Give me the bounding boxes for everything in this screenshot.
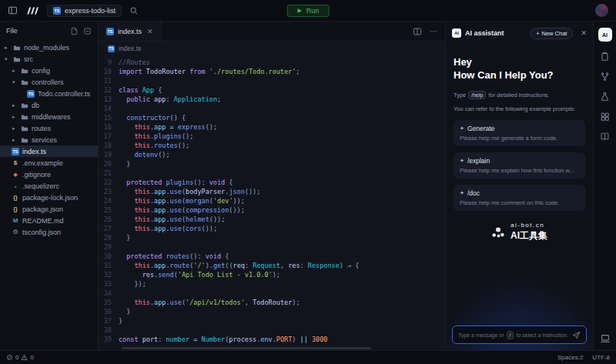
tree-file-README.md[interactable]: MREADME.md: [0, 215, 98, 226]
search-icon[interactable]: [129, 6, 139, 15]
markdown-icon: M: [12, 217, 19, 224]
tree-folder-middlewares[interactable]: ▸middlewares: [0, 111, 98, 122]
file-name: middlewares: [32, 113, 71, 121]
tree-file-.env.example[interactable]: $.env.example: [0, 157, 98, 169]
help-hint-prefix: Type: [454, 92, 466, 99]
prompt-title: /doc: [467, 189, 480, 197]
tree-file-tsconfig.json[interactable]: ⚙tsconfig.json: [0, 226, 98, 238]
tree-file-index.ts[interactable]: TSindex.ts: [0, 145, 98, 157]
ide-window: TS express-todo-list Run File: [0, 0, 616, 364]
code-line: 17 this.plugins();: [99, 132, 445, 141]
encoding-indicator[interactable]: UTF-8: [592, 354, 610, 361]
more-icon[interactable]: ⋯: [430, 27, 437, 35]
file-name: node_modules: [24, 44, 69, 52]
watermark-domain: ai-bot.cn: [511, 222, 547, 229]
prompt-description: Please help me generate a form code.: [460, 135, 579, 142]
line-number: 28: [99, 233, 119, 242]
code-line: 23 this.app.use(bodyParser.json());: [99, 187, 445, 196]
code-line: 16 this.app = express();: [99, 122, 445, 132]
close-icon[interactable]: ✕: [147, 28, 153, 35]
line-number: 35: [99, 298, 119, 307]
tree-folder-config[interactable]: ▸config: [0, 65, 98, 76]
code-line: 14: [99, 104, 445, 113]
code-line: 19 dotenv();: [99, 150, 445, 159]
chevron-right-icon: ▸: [12, 68, 18, 74]
code-line: 32 res.send('Api Todo List - v1.0.0');: [99, 270, 445, 279]
tree-file-.gitignore[interactable]: ◆.gitignore: [0, 169, 98, 180]
line-number: 34: [99, 289, 119, 298]
code-line: 13 public app: Application;: [99, 95, 445, 104]
prompt-card[interactable]: ✦/docPlease help me comment on this code…: [454, 185, 585, 211]
chevron-right-icon: ▸: [12, 114, 18, 120]
ai-assistant-tab[interactable]: AI: [598, 28, 612, 42]
sparkle-icon: ✦: [460, 158, 464, 164]
greeting-line: How Can I Help You?: [454, 68, 585, 82]
json-icon: {}: [12, 206, 19, 212]
watermark-name: AI工具集: [511, 229, 547, 242]
collapse-all-icon[interactable]: [83, 27, 92, 35]
line-number: 12: [99, 85, 119, 95]
indentation-indicator[interactable]: Spaces:2: [557, 354, 583, 361]
code-line: 12class App {: [99, 85, 445, 95]
avatar[interactable]: [595, 4, 608, 17]
prompt-card[interactable]: ✦GeneratePlease help me generate a form …: [454, 120, 585, 146]
chat-input[interactable]: Type a message or/to select a instructio…: [452, 326, 587, 344]
code-line: 39const port: number = Number(process.en…: [99, 335, 445, 344]
chevron-down-icon: ▾: [12, 79, 18, 85]
line-number: 36: [99, 307, 119, 316]
sidebar-toggle-icon[interactable]: [8, 5, 18, 15]
tree-file-package.json[interactable]: {}package.json: [0, 203, 98, 215]
code-line: 26 this.app.use(helmet());: [99, 215, 445, 224]
tree-folder-src[interactable]: ▾src: [0, 53, 98, 65]
code-line: 10import TodoRouter from './routes/Todo.…: [99, 67, 445, 76]
errors-icon: [6, 354, 13, 361]
line-number: 26: [99, 215, 119, 224]
code-line: 24 this.app.use(morgan('dev'));: [99, 196, 445, 205]
explorer-header: File: [0, 22, 98, 40]
tree-file-.sequelizerc[interactable]: ●.sequelizerc: [0, 180, 98, 192]
tree-folder-routes[interactable]: ▸routes: [0, 122, 98, 134]
tree-file-package-lock.json[interactable]: {}package-lock.json: [0, 192, 98, 203]
aibot-logo: [491, 226, 505, 239]
file-name: Todo.controller.ts: [38, 90, 90, 98]
flask-icon[interactable]: [600, 92, 610, 102]
prompt-card[interactable]: ✦/explainPlease help me explain how this…: [454, 152, 585, 179]
tree-file-Todo.controller.ts[interactable]: TSTodo.controller.ts: [0, 88, 98, 99]
grid-icon[interactable]: [600, 112, 610, 122]
horizontal-scrollbar[interactable]: [122, 347, 371, 349]
project-switcher[interactable]: TS express-todo-list: [47, 5, 122, 17]
typescript-icon: TS: [27, 90, 35, 98]
git-branch-icon[interactable]: [600, 72, 610, 82]
file-name: tsconfig.json: [22, 229, 61, 236]
play-icon: [297, 8, 303, 14]
line-number: 19: [99, 150, 119, 159]
new-file-icon[interactable]: [70, 27, 79, 35]
file-name: .gitignore: [22, 171, 51, 179]
book-icon[interactable]: [600, 132, 610, 142]
line-number: 11: [99, 76, 119, 85]
laptop-icon[interactable]: [600, 333, 611, 344]
file-tree: ▸node_modules▾src▸config▾controllersTSTo…: [0, 42, 98, 238]
code-line: 35 this.app.use('/api/v1/todos', TodoRou…: [99, 298, 445, 307]
file-name: services: [32, 136, 57, 144]
tab-index-ts[interactable]: TS index.ts ✕: [99, 22, 162, 41]
breadcrumb[interactable]: TS index.ts: [99, 42, 445, 55]
close-icon[interactable]: ✕: [581, 29, 587, 37]
tree-folder-services[interactable]: ▸services: [0, 134, 98, 145]
tree-folder-db[interactable]: ▸db: [0, 99, 98, 111]
tree-folder-controllers[interactable]: ▾controllers: [0, 76, 98, 88]
new-chat-button[interactable]: + New Chat: [530, 28, 573, 39]
split-editor-icon[interactable]: [413, 27, 422, 36]
json-icon: {}: [12, 195, 19, 200]
env-icon: $: [12, 159, 19, 166]
clipboard-icon[interactable]: [600, 52, 610, 62]
code-lines: 9//Routes10import TodoRouter from './rou…: [99, 58, 445, 344]
tree-folder-node_modules[interactable]: ▸node_modules: [0, 42, 98, 53]
file-icon: ●: [12, 184, 19, 189]
code-area[interactable]: 9//Routes10import TodoRouter from './rou…: [99, 55, 445, 350]
run-button[interactable]: Run: [287, 5, 330, 17]
line-number: 9: [99, 58, 119, 67]
problems-indicator[interactable]: 0 0: [6, 354, 34, 361]
line-number: 33: [99, 279, 119, 289]
send-icon[interactable]: [572, 331, 581, 339]
